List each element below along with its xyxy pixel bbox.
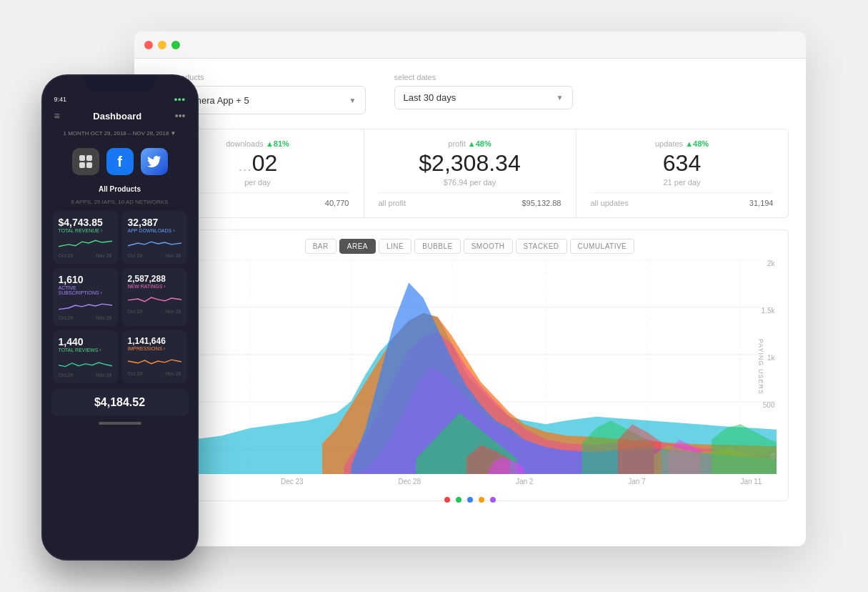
phone-notch [84,76,156,92]
updates-total-value: 31,194 [749,199,774,207]
profit-label: profit ▲48% [379,139,562,148]
phone-reviews-chart [59,355,112,370]
phone-stats-grid: $4,743.85 TOTAL REVENUE › Oct 29 Nov 28 … [51,211,189,383]
phone-ratings-chart [128,292,181,306]
chart-start-label: Oct 29 [59,253,74,258]
profit-stat: profit ▲48% $2,308.34 $76.94 per day all… [364,129,577,217]
chevron-down-icon: ▼ [349,97,356,104]
phone-reviews-label: TOTAL REVIEWS › [59,347,112,352]
legend-dot-green [456,497,462,503]
chart-type-buttons: BAR AREA LINE BUBBLE SMooth STACKED CUMU… [164,239,777,254]
phone-revenue-label: TOTAL REVENUE › [59,228,112,233]
phone-subscriptions-chart [59,298,112,312]
chevron-down-icon: ▼ [557,94,564,102]
phone-screen: 9:41 ●●● ≡ Dashboard ••• 1 MONTH OCT 29,… [43,76,197,559]
profit-sub: $76.94 per day [379,178,562,187]
phone-status-bar: 9:41 ●●● [51,96,189,103]
cumulative-chart-button[interactable]: CUMULATIVE [570,239,635,254]
phone-app-icons: f [51,144,189,179]
x-label-jan2: Jan 2 [516,478,533,485]
svg-rect-15 [86,162,92,168]
stacked-chart-button[interactable]: STACKED [516,239,567,254]
phone-ratings-label: NEW RATINGS › [128,284,181,289]
smooth-chart-button[interactable]: SMooth [464,239,513,254]
phone-revenue-value: $4,743.85 [59,217,112,228]
phone-date-range[interactable]: 1 MONTH OCT 29, 2018 – NOV 28, 2018 ▼ [51,129,189,138]
area-chart-button[interactable]: AREA [339,239,376,254]
phone-revenue-card[interactable]: $4,743.85 TOTAL REVENUE › Oct 29 Nov 28 [53,211,118,264]
phone-downloads-card[interactable]: 32,387 APP DOWNLOADS › Oct 29 Nov 28 [122,211,187,264]
phone-downloads-label: APP DOWNLOADS › [128,228,181,233]
profit-total-label: all profit [379,199,406,207]
dates-filter-group: select dates Last 30 days ▼ [394,73,573,114]
phone-subscriptions-card[interactable]: 1,610 ACTIVE SUBSCRIPTIONS › Oct 29 Nov … [53,268,118,326]
desktop-window: select products ⊞ Camera App + 5 ▼ selec… [134,31,806,546]
updates-label: updates ▲48% [591,139,774,148]
more-options-icon[interactable]: ••• [175,110,186,122]
legend-dot-red [444,497,450,503]
x-label-jan11: Jan 11 [740,478,762,485]
y-axis-0: 0 [771,453,775,460]
bubble-chart-button[interactable]: BUBBLE [414,239,460,254]
dates-dropdown[interactable]: Last 30 days ▼ [394,86,573,109]
y-axis-1k: 1k [767,354,775,362]
phone-revenue-chart [59,236,112,250]
battery-icon: ●●● [174,96,185,103]
phone-section-label: All Products [51,185,189,193]
svg-rect-13 [86,155,92,161]
phone-impressions-card[interactable]: 1,141,646 IMPRESSIONS › Oct 29 Nov 28 [122,330,187,383]
bar-chart-button[interactable]: BAR [305,239,336,254]
phone-impressions-value: 1,141,646 [128,336,181,346]
window-titlebar [134,31,806,59]
phone-impressions-label: IMPRESSIONS › [128,346,181,351]
phone-total[interactable]: $4,184.52 [51,389,189,416]
hamburger-icon[interactable]: ≡ [54,110,60,122]
chart-container: BAR AREA LINE BUBBLE SMooth STACKED CUMU… [151,230,789,501]
phone-home-bar [99,422,141,425]
twitter-icon[interactable] [141,148,168,175]
x-label-dec28: Dec 28 [398,478,421,485]
products-value: Camera App + 5 [182,95,344,106]
phone-total-value: $4,184.52 [59,396,181,409]
updates-change: ▲48% [685,139,709,148]
area-chart-svg [164,260,777,474]
updates-stat: updates ▲48% 634 21 per day all updates … [577,129,788,217]
y-axis-label: PAYING USERS [757,339,764,395]
minimize-button[interactable] [158,41,166,49]
phone-wrapper: 9:41 ●●● ≡ Dashboard ••• 1 MONTH OCT 29,… [41,74,199,561]
legend-dot-blue [467,497,473,503]
phone-downloads-chart [128,236,181,250]
phone-impressions-chart [128,354,181,368]
close-button[interactable] [144,41,153,49]
svg-rect-12 [79,155,85,161]
phone: 9:41 ●●● ≡ Dashboard ••• 1 MONTH OCT 29,… [41,74,199,561]
phone-ratings-card[interactable]: 2,587,288 NEW RATINGS › Oct 29 Nov 28 [122,268,187,326]
profit-value: $2,308.34 [379,151,562,176]
x-label-jan7: Jan 7 [628,478,645,485]
profit-change: ▲48% [468,139,492,148]
line-chart-button[interactable]: LINE [379,239,411,254]
phone-time: 9:41 [54,96,67,103]
facebook-icon[interactable]: f [106,148,134,175]
y-axis-500: 500 [763,401,775,409]
phone-subscriptions-label: ACTIVE SUBSCRIPTIONS › [59,285,112,295]
chart-area: 2k 1.5k 1k 500 0 PAYING USERS [164,260,777,474]
downloads-change: ▲81% [266,139,289,148]
phone-title: Dashboard [93,111,141,122]
y-axis-2k: 2k [767,260,775,267]
filters-row: select products ⊞ Camera App + 5 ▼ selec… [151,73,789,114]
updates-sub: 21 per day [591,178,774,187]
legend-dot-purple [490,497,496,503]
x-label-dec23: Dec 23 [281,478,304,485]
phone-nav: ≡ Dashboard ••• [51,109,189,123]
maximize-button[interactable] [171,41,180,49]
phone-ratings-value: 2,587,288 [128,274,181,284]
chart-end-label: Nov 28 [96,253,111,258]
updates-value: 634 [591,151,774,176]
dates-value: Last 30 days [404,92,551,103]
stats-row: downloads ▲81% …02 per day 40,770 p [151,129,789,218]
legend-dot-amber [479,497,484,503]
all-apps-icon[interactable] [72,148,99,175]
phone-reviews-card[interactable]: 1,440 TOTAL REVIEWS › Oct 29 Nov 28 [53,330,118,383]
y-axis-1-5k: 1.5k [762,307,775,315]
